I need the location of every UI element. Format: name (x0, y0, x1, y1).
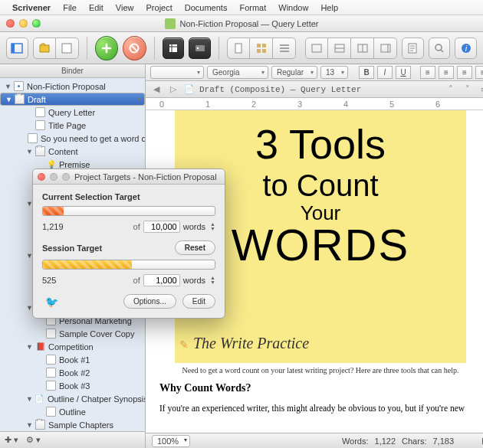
binder-item-label: Query Letter (48, 108, 95, 117)
binder-item[interactable]: ▼Competition (0, 340, 145, 353)
binder-item[interactable]: Book #3 (0, 379, 145, 392)
add-button[interactable] (95, 36, 119, 60)
twitter-icon[interactable]: 🐦 (45, 296, 58, 308)
editor-statusbar: 100% Words: 1,122 Chars: 7,183 ▤ (146, 433, 483, 448)
style-select[interactable] (150, 66, 204, 79)
size-select[interactable]: 13 (320, 66, 348, 79)
dialog-titlebar[interactable]: Project Targets - Non-Fiction Proposal (33, 169, 225, 185)
menu-file[interactable]: File (57, 3, 83, 12)
binder-actions-button[interactable]: ⚙ ▾ (26, 435, 41, 445)
binder-item-label: Book #2 (59, 368, 90, 378)
poster-line-2: to Count (190, 169, 451, 201)
binder-item-label: Book #1 (59, 355, 90, 365)
compile-button[interactable] (402, 38, 424, 59)
svg-rect-1 (12, 44, 15, 53)
binder-item[interactable]: ▼Content (0, 145, 145, 158)
nav-forward-button[interactable]: ▷ (167, 84, 179, 94)
binder-item-label: So you need to get a word c... (41, 134, 145, 143)
close-button[interactable] (6, 19, 15, 28)
selection-unit-stepper[interactable]: ▲▼ (210, 222, 215, 231)
svg-rect-7 (257, 44, 261, 47)
zoom-select[interactable]: 100% (152, 435, 190, 447)
svg-rect-8 (262, 44, 266, 47)
search-collection-button[interactable] (56, 38, 79, 59)
edit-button[interactable]: Edit (182, 294, 215, 309)
binder-item[interactable]: So you need to get a word c... (0, 132, 145, 145)
svg-rect-11 (312, 44, 321, 52)
bold-button[interactable]: B (359, 66, 374, 79)
document-path[interactable]: Draft (Composite) — Query Letter (199, 85, 361, 94)
binder-item-label: Content (48, 147, 78, 156)
quick-search-button[interactable] (429, 38, 451, 59)
binder-draft[interactable]: ▼Draft (0, 93, 145, 106)
align-justify-button[interactable]: ≡ (475, 66, 483, 79)
binder-item-label: Outline / Chatper Synopsis (48, 394, 145, 404)
add-item-button[interactable]: ✚ ▾ (5, 435, 18, 445)
binder-item[interactable]: ▼Sample Chapters (0, 418, 145, 431)
inspector-toggle-button[interactable]: i (455, 38, 477, 59)
trash-button[interactable] (123, 36, 146, 60)
fullscreen-button[interactable] (189, 38, 211, 59)
binder-item[interactable]: Outline (0, 405, 145, 418)
dialog-close-button[interactable] (38, 173, 45, 181)
menu-documents[interactable]: Documents (179, 3, 234, 12)
align-right-button[interactable]: ≡ (457, 66, 472, 79)
align-center-button[interactable]: ≡ (439, 66, 454, 79)
binder-footer: ✚ ▾ ⚙ ▾ (0, 431, 145, 448)
binder-toggle-button[interactable] (6, 38, 28, 59)
nav-back-button[interactable]: ◀ (150, 84, 163, 94)
fold-icon (35, 146, 45, 156)
app-name[interactable]: Scrivener (6, 3, 57, 12)
zoom-button[interactable] (32, 19, 41, 28)
options-button[interactable]: Options... (123, 294, 176, 309)
font-select[interactable]: Georgia (207, 66, 268, 79)
layout-4-button[interactable] (374, 38, 397, 59)
menu-help[interactable]: Help (314, 3, 344, 12)
no-split-button[interactable] (305, 38, 328, 59)
document-proxy-icon[interactable] (165, 18, 176, 29)
align-left-button[interactable]: ≡ (420, 66, 435, 79)
menu-view[interactable]: View (110, 3, 140, 12)
binder-item[interactable]: Book #1 (0, 353, 145, 366)
italic-button[interactable]: I (377, 66, 393, 79)
document-view-button[interactable] (227, 38, 250, 59)
menu-edit[interactable]: Edit (83, 3, 110, 12)
words-label: Words: (342, 437, 369, 446)
selection-current: 1,219 (42, 222, 64, 231)
ruler-mark: 0 (159, 100, 164, 109)
ruler[interactable]: 0 1 2 3 4 5 6 (146, 98, 483, 110)
outliner-view-button[interactable] (273, 38, 296, 59)
sidebar-nav-down[interactable]: ˅ (462, 84, 474, 94)
layout-segment (305, 38, 397, 59)
binder-item[interactable]: Book #2 (0, 366, 145, 379)
ruler-mark: 1 (205, 100, 210, 109)
binder-item[interactable]: Title Page (0, 119, 145, 132)
underline-button[interactable]: U (396, 66, 411, 79)
session-target-input[interactable] (143, 274, 180, 286)
binder-item[interactable]: Sample Cover Copy (0, 327, 145, 340)
session-current: 525 (42, 276, 56, 285)
split-button[interactable]: ▭ (478, 84, 483, 94)
sidebar-nav-up[interactable]: ˄ (445, 84, 457, 94)
menu-window[interactable]: Window (272, 3, 314, 12)
vertical-split-button[interactable] (351, 38, 374, 59)
reset-button[interactable]: Reset (175, 240, 215, 255)
binder-item-label: Sample Chapters (48, 420, 113, 430)
selection-target-input[interactable] (143, 221, 180, 233)
path-icon[interactable]: 📄 (184, 84, 195, 94)
ruler-mark: 4 (343, 100, 348, 109)
horizontal-split-button[interactable] (328, 38, 351, 59)
binder-root[interactable]: ▼Non-Fiction Proposal (0, 80, 145, 93)
compose-mode-button[interactable] (163, 38, 185, 59)
collections-button[interactable] (33, 38, 56, 59)
session-unit-stepper[interactable]: ▲▼ (210, 276, 215, 285)
binder-header: Binder (0, 64, 145, 78)
corkboard-view-button[interactable] (250, 38, 273, 59)
binder-item[interactable]: Query Letter (0, 106, 145, 119)
minimize-button[interactable] (19, 19, 28, 28)
binder-item[interactable]: ▼Outline / Chatper Synopsis (0, 392, 145, 405)
weight-select[interactable]: Regular (271, 66, 317, 79)
binder-draft-label: Draft (28, 95, 46, 104)
menu-project[interactable]: Project (140, 3, 179, 12)
menu-format[interactable]: Format (233, 3, 272, 12)
